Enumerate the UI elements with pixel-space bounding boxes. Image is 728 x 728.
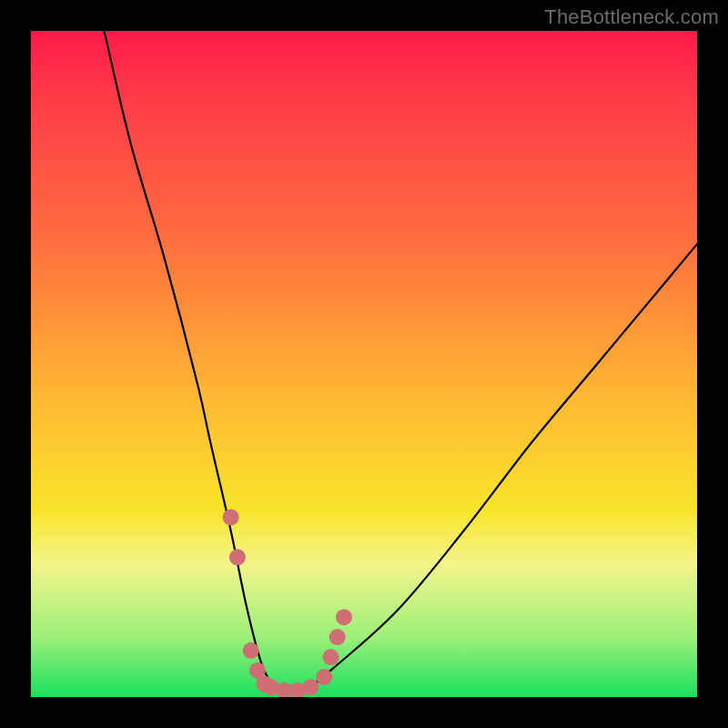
marker-dot bbox=[302, 679, 318, 695]
marker-dot bbox=[322, 649, 339, 665]
marker-dot bbox=[329, 629, 346, 645]
marker-dot bbox=[316, 669, 332, 685]
marker-dot bbox=[229, 549, 246, 565]
bottleneck-curve bbox=[105, 31, 698, 697]
chart-frame: TheBottleneck.com bbox=[0, 0, 728, 728]
watermark-text: TheBottleneck.com bbox=[544, 5, 719, 29]
plot-area bbox=[31, 31, 697, 697]
marker-dot bbox=[223, 509, 239, 525]
marker-dot bbox=[336, 609, 352, 625]
marker-dot bbox=[243, 642, 259, 659]
curve-layer bbox=[31, 31, 697, 697]
